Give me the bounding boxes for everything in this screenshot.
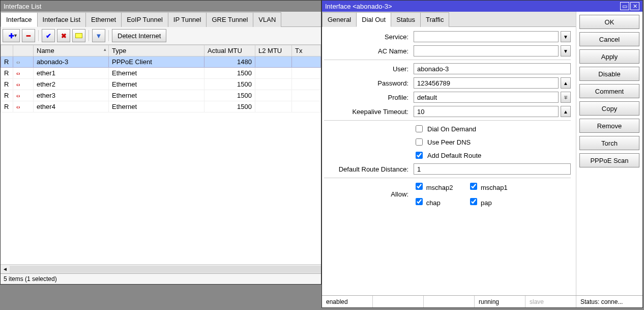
properties-titlebar[interactable]: Interface <abonado-3> ▭ ✕	[322, 1, 642, 12]
ac-name-label: AC Name:	[324, 47, 411, 55]
keepalive-toggle-icon[interactable]: ▲	[561, 106, 571, 117]
interface-list-toolbar: ✚▼ ━ ✔ ✖ ▼ Detect Internet	[1, 27, 321, 45]
dial-on-demand-label: Dial On Demand	[427, 125, 476, 133]
allow-label: Allow:	[324, 190, 411, 198]
column-header[interactable]: Type	[109, 45, 204, 57]
dial-out-form: Service: ▼ AC Name: ▼ User:	[322, 27, 576, 295]
interface-list-window: Interface List InterfaceInterface ListEt…	[0, 0, 321, 285]
use-peer-dns-checkbox[interactable]	[416, 138, 423, 146]
service-dropdown-icon[interactable]: ▼	[561, 31, 571, 42]
use-peer-dns-label: Use Peer DNS	[427, 138, 471, 146]
ethernet-icon: ‹›	[16, 93, 23, 99]
column-header[interactable]: Name▴	[34, 45, 109, 57]
cancel-button[interactable]: Cancel	[579, 32, 639, 46]
table-row[interactable]: R‹›abonado-3PPPoE Client1480	[1, 57, 321, 68]
separator	[38, 30, 39, 41]
user-input[interactable]	[414, 63, 571, 74]
allow-mschap2-label: mschap2	[426, 184, 453, 191]
allow-mschap1-checkbox[interactable]	[470, 183, 477, 190]
table-row[interactable]: R‹›ether1Ethernet1500	[1, 68, 321, 79]
copy-button[interactable]: Copy	[579, 101, 639, 116]
allow-mschap2-checkbox[interactable]	[416, 183, 423, 190]
disable-button[interactable]: Disable	[579, 67, 639, 81]
detect-internet-button[interactable]: Detect Internet	[112, 29, 166, 42]
add-default-route-checkbox[interactable]	[416, 152, 423, 159]
tab-gre-tunnel[interactable]: GRE Tunnel	[206, 12, 253, 27]
ac-name-dropdown-icon[interactable]: ▼	[561, 45, 571, 57]
column-header[interactable]: Actual MTU	[204, 45, 255, 57]
remove-button[interactable]: ━	[22, 29, 35, 42]
allow-chap-checkbox[interactable]	[416, 198, 423, 205]
column-header[interactable]: L2 MTU	[255, 45, 292, 57]
scroll-track[interactable]	[10, 266, 321, 273]
ac-name-input[interactable]	[414, 45, 559, 57]
profile-dropdown-icon[interactable]: ∓	[561, 92, 571, 103]
properties-status-bar: enabled running slave Status: conne...	[322, 295, 642, 307]
table-row[interactable]: R‹›ether3Ethernet1500	[1, 90, 321, 101]
ethernet-icon: ‹›	[16, 70, 23, 76]
keepalive-input[interactable]	[414, 106, 559, 117]
password-toggle-icon[interactable]: ▲	[561, 77, 571, 89]
tab-general[interactable]: General	[322, 12, 357, 27]
apply-button[interactable]: Apply	[579, 49, 639, 64]
table-row[interactable]: R‹›ether4Ethernet1500	[1, 101, 321, 112]
comment-button[interactable]: Comment	[579, 84, 639, 98]
allow-pap-label: pap	[481, 199, 492, 207]
minimize-button[interactable]: ▭	[620, 2, 629, 10]
ethernet-icon: ‹›	[16, 81, 23, 88]
properties-side-buttons: OKCancelApplyDisableCommentCopyRemoveTor…	[576, 12, 642, 295]
column-header[interactable]	[13, 45, 34, 57]
tab-status[interactable]: Status	[391, 12, 421, 27]
status-blank2	[424, 296, 475, 307]
tab-vlan[interactable]: VLAN	[253, 12, 281, 27]
allow-chap-label: chap	[426, 199, 441, 207]
profile-input[interactable]	[414, 92, 559, 103]
ok-button[interactable]: OK	[579, 15, 639, 29]
column-header[interactable]: Tx	[292, 45, 321, 57]
allow-pap-checkbox[interactable]	[470, 198, 477, 205]
add-button[interactable]: ✚▼	[3, 29, 20, 42]
allow-mschap1-label: mschap1	[481, 184, 508, 191]
close-button[interactable]: ✕	[630, 2, 639, 10]
interface-table-wrap: Name▴TypeActual MTUL2 MTUTx R‹›abonado-3…	[1, 45, 321, 264]
service-label: Service:	[324, 33, 411, 41]
interface-table: Name▴TypeActual MTUL2 MTUTx R‹›abonado-3…	[1, 45, 321, 112]
password-input[interactable]	[414, 77, 559, 89]
remove-button[interactable]: Remove	[579, 119, 639, 133]
properties-body: GeneralDial OutStatusTraffic Service: ▼ …	[322, 12, 642, 295]
status-running: running	[475, 296, 525, 307]
status-blank1	[373, 296, 424, 307]
properties-tabs: GeneralDial OutStatusTraffic	[322, 12, 576, 27]
tab-traffic[interactable]: Traffic	[420, 12, 449, 27]
dial-on-demand-checkbox[interactable]	[416, 125, 423, 132]
separator	[108, 30, 109, 41]
service-input[interactable]	[414, 31, 559, 42]
interface-list-statusbar: 5 items (1 selected)	[1, 273, 321, 284]
interface-list-title: Interface List	[4, 3, 41, 10]
tab-interface[interactable]: Interface	[1, 12, 38, 27]
torch-button[interactable]: Torch	[579, 136, 639, 150]
scroll-left-arrow[interactable]: ◄	[1, 266, 10, 272]
tab-ip-tunnel[interactable]: IP Tunnel	[168, 12, 207, 27]
default-route-distance-label: Default Route Distance:	[324, 165, 411, 173]
interface-list-titlebar[interactable]: Interface List	[1, 1, 321, 12]
comment-button[interactable]	[72, 29, 85, 42]
user-label: User:	[324, 65, 411, 73]
tab-dial-out[interactable]: Dial Out	[356, 12, 391, 27]
table-row[interactable]: R‹›ether2Ethernet1500	[1, 79, 321, 90]
filter-button[interactable]: ▼	[92, 29, 105, 42]
profile-label: Profile:	[324, 94, 411, 101]
pppoe-scan-button[interactable]: PPPoE Scan	[579, 153, 639, 167]
tab-eoip-tunnel[interactable]: EoIP Tunnel	[121, 12, 168, 27]
disable-button[interactable]: ✖	[57, 29, 70, 42]
link-running-icon: ‹›	[16, 59, 23, 65]
tab-interface-list[interactable]: Interface List	[37, 12, 86, 27]
password-label: Password:	[324, 79, 411, 87]
horizontal-scrollbar[interactable]: ◄	[1, 264, 321, 273]
column-header[interactable]	[1, 45, 13, 57]
interface-properties-window: Interface <abonado-3> ▭ ✕ GeneralDial Ou…	[321, 0, 643, 308]
enable-button[interactable]: ✔	[42, 29, 55, 42]
ethernet-icon: ‹›	[16, 104, 23, 110]
tab-ethernet[interactable]: Ethernet	[85, 12, 122, 27]
default-route-distance-input[interactable]	[414, 163, 571, 175]
